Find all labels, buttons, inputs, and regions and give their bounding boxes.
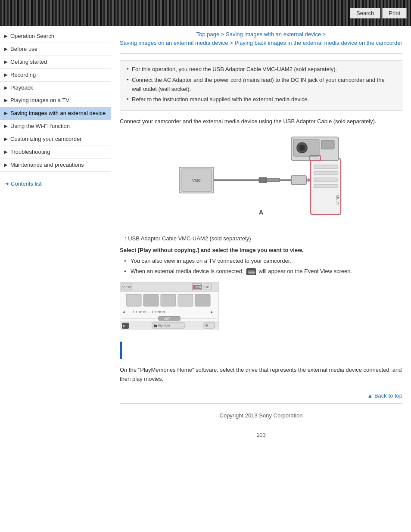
svg-text:◄: ◄ bbox=[122, 310, 125, 314]
main-layout: ▶ Operation Search ▶ Before use ▶ Gettin… bbox=[0, 26, 411, 447]
back-to-top[interactable]: ▲ Back to top bbox=[120, 392, 402, 399]
sidebar-arrow-maintenance: ▶ bbox=[4, 162, 8, 167]
svg-rect-11 bbox=[314, 171, 337, 175]
svg-text:A: A bbox=[259, 209, 263, 216]
svg-rect-36 bbox=[161, 294, 176, 306]
sidebar-item-operation-search[interactable]: ▶ Operation Search bbox=[0, 30, 111, 43]
sidebar-item-maintenance[interactable]: ▶ Maintenance and precautions bbox=[0, 159, 111, 172]
svg-rect-20 bbox=[321, 140, 334, 149]
breadcrumb-sep2: > bbox=[321, 31, 326, 37]
svg-rect-5 bbox=[267, 178, 280, 182]
svg-rect-37 bbox=[178, 294, 193, 306]
contents-list-link[interactable]: ➜ Contents list bbox=[0, 176, 111, 191]
svg-text:UST: UST bbox=[164, 317, 170, 320]
sidebar-item-recording[interactable]: ▶ Recording bbox=[0, 69, 111, 82]
svg-text:VIEW: VIEW bbox=[122, 285, 131, 289]
print-button[interactable]: Print bbox=[382, 8, 407, 19]
page-number: 103 bbox=[120, 432, 402, 438]
svg-text:●: ● bbox=[123, 324, 125, 328]
intro-text: Connect your camcorder and the external … bbox=[120, 117, 402, 126]
svg-text:1 1 2013 → 1 2 2013: 1 1 2013 → 1 2 2013 bbox=[133, 310, 165, 314]
sidebar-arrow-customizing: ▶ bbox=[4, 137, 8, 141]
svg-rect-13 bbox=[314, 184, 337, 188]
svg-text:⚙: ⚙ bbox=[205, 324, 208, 327]
sidebar-arrow-saving-images-external: ▶ bbox=[4, 111, 8, 115]
sidebar-label-playback: Playback bbox=[10, 84, 33, 92]
usb-icon-inline bbox=[246, 268, 256, 275]
svg-text:USB: USB bbox=[195, 286, 201, 289]
breadcrumb-sep1: > bbox=[219, 31, 226, 37]
svg-text:SD: SD bbox=[205, 286, 209, 289]
contents-list-label: Contents list bbox=[11, 180, 42, 187]
top-divider bbox=[120, 53, 402, 54]
connection-diagram: VMC MULTI bbox=[175, 133, 347, 227]
sidebar: ▶ Operation Search ▶ Before use ▶ Gettin… bbox=[0, 26, 111, 447]
breadcrumb-saving-external[interactable]: Saving images with an external device bbox=[226, 31, 321, 37]
arrow-right-icon: ➜ bbox=[4, 180, 9, 187]
sidebar-label-wifi-function: Using the Wi-Fi function bbox=[10, 123, 70, 130]
sidebar-label-before-use: Before use bbox=[10, 46, 37, 53]
svg-rect-35 bbox=[143, 294, 159, 306]
sidebar-item-getting-started[interactable]: ▶ Getting started bbox=[0, 56, 111, 69]
sidebar-arrow-playing-images-tv: ▶ bbox=[4, 98, 8, 103]
sidebar-label-playing-images-tv: Playing images on a TV bbox=[10, 97, 69, 104]
cable-label-text: : USB Adaptor Cable VMC-UAM2 (sold separ… bbox=[125, 235, 251, 242]
screen-thumbnail: VIEW USB SD ◄ 1 1 2013 → 1 2 2013 ► bbox=[120, 282, 402, 331]
sidebar-item-playing-images-tv[interactable]: ▶ Playing images on a TV bbox=[0, 94, 111, 107]
sidebar-arrow-recording: ▶ bbox=[4, 72, 8, 77]
sidebar-label-troubleshooting: Troubleshooting bbox=[10, 149, 50, 156]
svg-text:🎬 Highlight: 🎬 Highlight bbox=[153, 324, 170, 327]
header-bar: Search Print bbox=[0, 0, 411, 26]
footer-divider bbox=[120, 403, 402, 404]
blue-bar-marker bbox=[120, 342, 122, 359]
svg-text:MULTI: MULTI bbox=[336, 195, 339, 205]
sidebar-item-customizing[interactable]: ▶ Customizing your camcorder bbox=[0, 133, 111, 146]
copyright-text: Copyright 2013 Sony Corporation bbox=[220, 412, 303, 419]
sidebar-item-playback[interactable]: ▶ Playback bbox=[0, 82, 111, 95]
sidebar-item-before-use[interactable]: ▶ Before use bbox=[0, 43, 111, 56]
pc-section-marker bbox=[120, 337, 402, 362]
note-item-2: Connect the AC Adaptor and the power cor… bbox=[127, 76, 395, 94]
sidebar-label-saving-images-external: Saving images with an external device bbox=[10, 110, 106, 117]
search-button[interactable]: Search bbox=[350, 8, 380, 19]
sidebar-arrow-before-use: ▶ bbox=[4, 47, 8, 51]
sidebar-item-saving-images-external[interactable]: ▶ Saving images with an external device bbox=[0, 107, 111, 120]
svg-rect-4 bbox=[259, 177, 267, 183]
sidebar-label-operation-search: Operation Search bbox=[10, 33, 54, 40]
sidebar-label-customizing: Customizing your camcorder bbox=[10, 136, 81, 143]
sidebar-arrow-wifi-function: ▶ bbox=[4, 124, 8, 128]
sidebar-item-troubleshooting[interactable]: ▶ Troubleshooting bbox=[0, 146, 111, 159]
svg-rect-10 bbox=[314, 165, 337, 168]
content-area: Top page > Saving images with an externa… bbox=[111, 26, 411, 447]
bullet-list: You can also view images on a TV connect… bbox=[124, 257, 402, 276]
breadcrumb-playing-back[interactable]: Playing back images in the external medi… bbox=[234, 40, 402, 46]
bullet-item-2: When an external media device is connect… bbox=[124, 267, 402, 276]
sidebar-label-maintenance: Maintenance and precautions bbox=[10, 162, 84, 169]
bullet-item-1: You can also view images on a TV connect… bbox=[124, 257, 402, 265]
svg-rect-7 bbox=[291, 176, 306, 184]
sidebar-arrow-troubleshooting: ▶ bbox=[4, 149, 8, 154]
sidebar-label-recording: Recording bbox=[10, 72, 36, 79]
back-to-top-link[interactable]: ▲ Back to top bbox=[367, 392, 402, 399]
footer: Copyright 2013 Sony Corporation bbox=[120, 408, 402, 427]
sidebar-arrow-playback: ▶ bbox=[4, 85, 8, 90]
svg-text:►: ► bbox=[210, 310, 214, 314]
note-item-1: For this operation, you need the USB Ada… bbox=[127, 65, 395, 74]
cable-label: : USB Adaptor Cable VMC-UAM2 (sold separ… bbox=[124, 235, 402, 242]
svg-rect-34 bbox=[126, 294, 141, 306]
sidebar-item-wifi-function[interactable]: ▶ Using the Wi-Fi function bbox=[0, 120, 111, 133]
breadcrumb-saving-media[interactable]: Saving images on an external media devic… bbox=[120, 40, 228, 46]
select-instruction: Select [Play without copying.] and selec… bbox=[120, 247, 402, 253]
diagram-area: VMC MULTI bbox=[120, 133, 402, 229]
breadcrumb-top[interactable]: Top page bbox=[196, 31, 220, 37]
svg-rect-12 bbox=[314, 178, 337, 181]
notes-list: For this operation, you need the USB Ada… bbox=[127, 65, 395, 104]
sidebar-arrow-operation-search: ▶ bbox=[4, 34, 8, 38]
svg-rect-38 bbox=[195, 294, 210, 306]
note-item-3: Refer to the instruction manual supplied… bbox=[127, 95, 395, 104]
sidebar-arrow-getting-started: ▶ bbox=[4, 59, 8, 64]
breadcrumb-sep3: > bbox=[228, 40, 235, 46]
svg-text:VMC: VMC bbox=[192, 178, 201, 183]
pc-section-text: On the "PlayMemories Home" software, sel… bbox=[120, 366, 402, 384]
header-buttons: Search Print bbox=[350, 8, 407, 19]
